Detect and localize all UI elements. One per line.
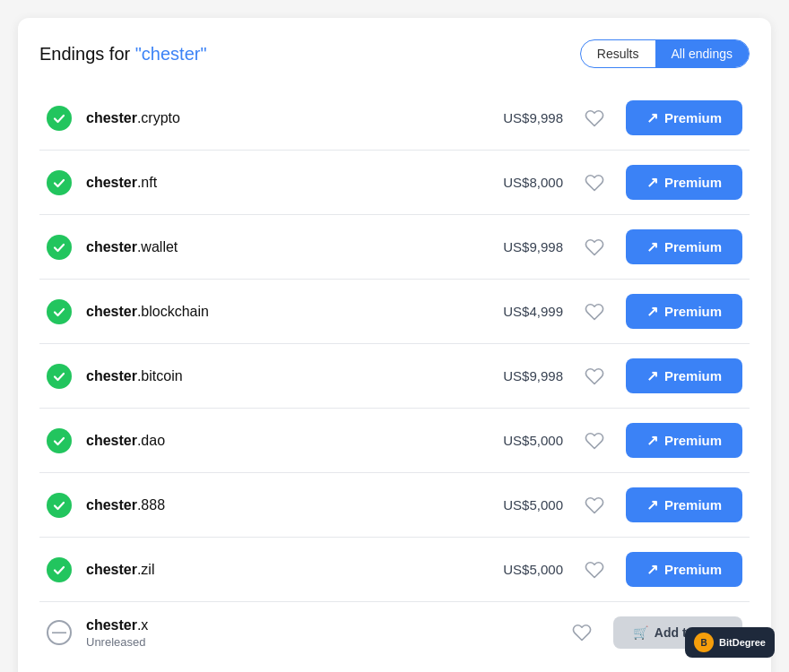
premium-btn-label: Premium [664, 433, 722, 448]
premium-btn-label: Premium [664, 175, 722, 190]
favorite-button[interactable] [577, 169, 611, 196]
domain-base: chester [86, 497, 137, 513]
favorite-button[interactable] [577, 105, 611, 132]
results-toggle-btn[interactable]: Results [581, 40, 655, 67]
arrow-up-right-icon: ↗ [646, 174, 658, 191]
domain-ext: .x [137, 617, 148, 633]
page-header: Endings for "chester" Results All ending… [39, 39, 750, 68]
premium-button[interactable]: ↗Premium [626, 294, 742, 329]
status-icon [47, 170, 72, 195]
favorite-button[interactable] [577, 234, 611, 261]
bd-logo-icon: B [694, 633, 714, 652]
premium-button[interactable]: ↗Premium [626, 487, 742, 522]
favorite-button[interactable] [577, 363, 611, 390]
domain-ext: .dao [137, 433, 165, 448]
status-icon [47, 493, 72, 518]
domain-price: US$9,998 [473, 110, 563, 125]
arrow-up-right-icon: ↗ [646, 496, 658, 513]
premium-button[interactable]: ↗Premium [626, 165, 742, 200]
premium-btn-label: Premium [664, 110, 722, 125]
domain-price: US$4,999 [473, 304, 563, 319]
page-title: Endings for "chester" [39, 44, 207, 65]
status-icon: — [47, 620, 72, 645]
premium-btn-label: Premium [664, 368, 722, 383]
status-icon [47, 364, 72, 389]
domain-base: chester [86, 239, 137, 254]
domain-row: chester.bitcoinUS$9,998↗Premium [39, 344, 750, 409]
domain-row: chester.cryptoUS$9,998↗Premium [39, 86, 750, 151]
arrow-up-right-icon: ↗ [646, 561, 658, 578]
domain-row: chester.888US$5,000↗Premium [39, 473, 750, 538]
arrow-up-right-icon: ↗ [646, 432, 658, 449]
domain-name: chester.xUnreleased [86, 617, 447, 649]
status-icon [47, 235, 72, 260]
domain-ext: .bitcoin [137, 368, 183, 383]
domain-sub-label: Unreleased [86, 635, 447, 649]
domain-price: US$9,998 [473, 239, 563, 254]
domain-name: chester.nft [86, 175, 459, 191]
favorite-button[interactable] [565, 619, 599, 646]
domain-row: chester.walletUS$9,998↗Premium [39, 215, 750, 280]
domain-name: chester.crypto [86, 110, 459, 126]
premium-btn-label: Premium [664, 239, 722, 254]
arrow-up-right-icon: ↗ [646, 238, 658, 255]
title-prefix: Endings for [39, 44, 135, 64]
search-query: "chester" [135, 44, 207, 64]
favorite-button[interactable] [577, 556, 611, 583]
favorite-button[interactable] [577, 492, 611, 519]
domain-base: chester [86, 617, 137, 633]
domain-name: chester.bitcoin [86, 368, 459, 384]
premium-btn-label: Premium [664, 562, 722, 577]
arrow-up-right-icon: ↗ [646, 303, 658, 320]
domain-base: chester [86, 175, 137, 190]
view-toggle: Results All endings [580, 39, 750, 68]
domain-name: chester.zil [86, 562, 459, 578]
premium-button[interactable]: ↗Premium [626, 358, 742, 393]
domain-base: chester [86, 368, 137, 383]
watermark: B BitDegree [685, 627, 775, 658]
domain-price: US$5,000 [473, 562, 563, 577]
domain-ext: .blockchain [137, 304, 209, 319]
arrow-up-right-icon: ↗ [646, 367, 658, 384]
domain-row: chester.blockchainUS$4,999↗Premium [39, 280, 750, 344]
domain-price: US$5,000 [473, 497, 563, 513]
domain-base: chester [86, 562, 137, 577]
domain-ext: .crypto [137, 110, 180, 125]
domain-ext: .zil [137, 562, 155, 577]
domain-ext: .888 [137, 497, 165, 513]
domain-name: chester.wallet [86, 239, 459, 255]
main-container: Endings for "chester" Results All ending… [18, 18, 771, 672]
status-icon [47, 428, 72, 453]
premium-button[interactable]: ↗Premium [626, 229, 742, 264]
favorite-button[interactable] [577, 298, 611, 325]
domain-ext: .nft [137, 175, 157, 190]
domain-row: chester.nftUS$8,000↗Premium [39, 151, 750, 215]
domain-row: chester.daoUS$5,000↗Premium [39, 409, 750, 473]
all-endings-toggle-btn[interactable]: All endings [655, 40, 750, 67]
arrow-up-right-icon: ↗ [646, 109, 658, 126]
premium-btn-label: Premium [664, 497, 722, 513]
domain-price: US$5,000 [473, 433, 563, 448]
premium-btn-label: Premium [664, 304, 722, 319]
domain-base: chester [86, 433, 137, 448]
domain-base: chester [86, 110, 137, 125]
domain-list: chester.cryptoUS$9,998↗Premiumchester.nf… [39, 86, 750, 663]
domain-name: chester.888 [86, 497, 459, 513]
domain-price: US$8,000 [473, 175, 563, 190]
status-icon [47, 557, 72, 582]
favorite-button[interactable] [577, 427, 611, 454]
domain-row: —chester.xUnreleased🛒Add to Cart [39, 602, 750, 663]
status-icon [47, 106, 72, 131]
unavailable-icon: — [47, 620, 72, 645]
premium-button[interactable]: ↗Premium [626, 552, 742, 587]
status-icon [47, 299, 72, 324]
domain-row: chester.zilUS$5,000↗Premium [39, 538, 750, 602]
domain-ext: .wallet [137, 239, 178, 254]
watermark-label: BitDegree [719, 637, 766, 648]
domain-base: chester [86, 304, 137, 319]
cart-icon: 🛒 [633, 625, 648, 640]
premium-button[interactable]: ↗Premium [626, 100, 742, 135]
premium-button[interactable]: ↗Premium [626, 423, 742, 458]
domain-name: chester.dao [86, 433, 459, 449]
domain-price: US$9,998 [473, 368, 563, 383]
